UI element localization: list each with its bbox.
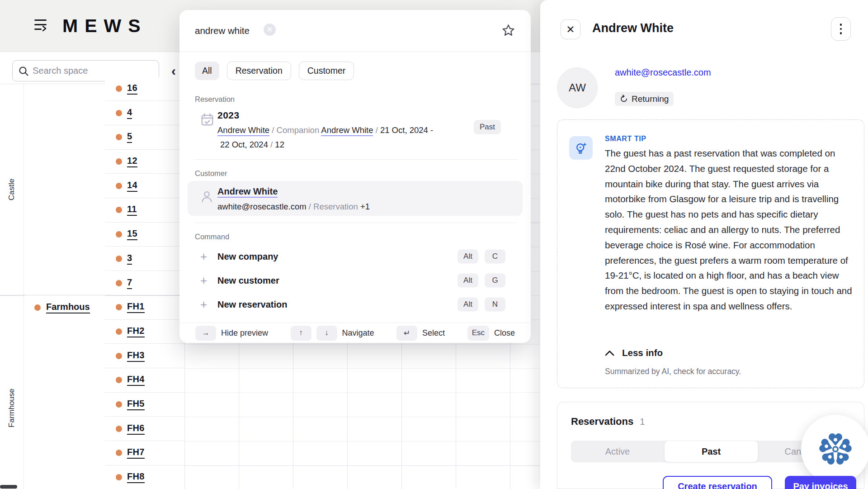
room-row: 4: [105, 101, 184, 125]
hint-label: Navigate: [342, 328, 374, 338]
app-root: MEWS ‹ Castle Farmhouse 16 4 5 12 14 11 …: [0, 0, 868, 489]
room-link[interactable]: 14: [127, 180, 137, 192]
hint-close: Esc Close: [467, 326, 515, 341]
shortcut-keys: Alt N: [458, 297, 505, 311]
room-row: 7: [105, 271, 184, 295]
room-row: 12: [105, 150, 184, 174]
room-link[interactable]: FH6: [127, 423, 145, 435]
customer-meta: awhite@rosecastle.com / Reservation +1: [217, 202, 370, 212]
less-info-toggle[interactable]: Less info: [605, 347, 663, 358]
room-link[interactable]: 7: [127, 277, 132, 289]
star-icon[interactable]: [501, 24, 515, 38]
command-new-company[interactable]: + New company Alt C: [179, 244, 531, 268]
room-row: FH3: [105, 344, 184, 368]
key-g: G: [485, 273, 505, 287]
tab-past[interactable]: Past: [664, 441, 758, 462]
room-row: 5: [105, 125, 184, 150]
close-icon: ✕: [566, 24, 575, 36]
room-link[interactable]: FH2: [127, 326, 145, 337]
guest-link[interactable]: Andrew White: [217, 125, 269, 136]
room-row: FH4: [105, 368, 184, 393]
room-link[interactable]: 4: [127, 107, 132, 119]
pay-invoices-button[interactable]: Pay invoices: [785, 476, 856, 489]
room-status-dot: [116, 256, 122, 262]
separator: /: [309, 202, 311, 211]
search-overlay-footer: → Hide preview ↑ ↓ Navigate ↵ Select Esc…: [179, 323, 531, 343]
room-link[interactable]: 15: [127, 228, 137, 240]
room-row: FH6: [105, 417, 184, 441]
room-status-dot: [116, 353, 122, 359]
horizontal-scrollbar[interactable]: [0, 485, 17, 489]
group-link[interactable]: Farmhous: [46, 302, 90, 313]
mews-flower-icon: [816, 430, 855, 469]
room-link[interactable]: FH4: [127, 374, 145, 386]
room-status-dot: [116, 450, 122, 456]
search-overlay-header[interactable]: andrew white ✕: [179, 10, 531, 52]
room-link[interactable]: 5: [127, 131, 132, 143]
room-link[interactable]: 3: [127, 253, 132, 265]
reservation-unit: 12: [275, 140, 284, 149]
past-status-badge: Past: [474, 120, 501, 134]
companion-link[interactable]: Andrew White: [321, 125, 373, 136]
farmhouse-group-header: Farmhous: [25, 295, 105, 320]
customer-email-link[interactable]: awhite@rosecastle.com: [615, 67, 711, 78]
avatar: AW: [557, 67, 598, 108]
reservations-header: Reservations 1: [571, 416, 645, 427]
shortcut-keys: Alt C: [458, 249, 505, 263]
key-n: N: [485, 297, 505, 311]
room-status-dot: [116, 474, 122, 480]
room-link[interactable]: 16: [127, 83, 137, 95]
key-c: C: [485, 249, 505, 263]
room-link[interactable]: FH3: [127, 350, 145, 362]
room-link[interactable]: FH5: [127, 399, 145, 410]
mews-logo: MEWS: [62, 15, 147, 37]
reservation-result-title[interactable]: 2023: [217, 110, 240, 121]
tab-active[interactable]: Active: [571, 441, 664, 462]
shortcut-keys: Alt G: [458, 273, 505, 287]
room-row: 16: [105, 77, 184, 101]
menu-icon[interactable]: [34, 18, 48, 33]
room-row: 11: [105, 198, 184, 223]
more-options-button[interactable]: [831, 17, 851, 41]
mews-assistant-button[interactable]: [801, 415, 868, 484]
room-link[interactable]: FH1: [127, 301, 145, 313]
companion-label: Companion: [277, 125, 320, 135]
room-link[interactable]: 11: [127, 204, 137, 216]
room-link[interactable]: 12: [127, 156, 137, 167]
command-new-customer[interactable]: + New customer Alt G: [179, 268, 531, 292]
global-search-overlay: andrew white ✕ All Reservation Customer …: [179, 10, 531, 343]
plus-icon: +: [200, 273, 207, 287]
command-new-reservation[interactable]: + New reservation Alt N: [179, 292, 531, 316]
ai-disclaimer: Summarized by AI, check for accuracy.: [605, 367, 741, 376]
arrow-down-key-icon: ↓: [316, 326, 337, 341]
room-status-dot: [116, 328, 122, 335]
lightbulb-sparkle-icon: [574, 141, 588, 155]
filter-customer[interactable]: Customer: [299, 62, 354, 80]
room-status-dot: [116, 426, 122, 432]
room-row: FH8: [105, 465, 184, 489]
hint-label: Hide preview: [221, 328, 268, 338]
search-query[interactable]: andrew white: [195, 25, 250, 36]
customer-link[interactable]: Andrew White: [217, 186, 278, 198]
room-status-dot: [116, 207, 122, 213]
create-reservation-button[interactable]: Create reservation: [663, 476, 772, 489]
room-status-dot: [116, 85, 122, 92]
smart-tip-card: SMART TIP The guest has a past reservati…: [557, 119, 864, 388]
person-icon: [200, 190, 214, 204]
room-status-dot: [116, 134, 122, 140]
filter-all[interactable]: All: [195, 62, 219, 80]
room-link[interactable]: FH8: [127, 471, 145, 483]
enter-key-icon: ↵: [396, 326, 417, 341]
key-alt: Alt: [458, 297, 478, 311]
esc-key-icon: Esc: [467, 326, 489, 341]
room-link[interactable]: FH7: [127, 447, 145, 459]
collapse-sidebar-icon[interactable]: ‹: [171, 63, 176, 79]
room-status-dot: [116, 110, 122, 116]
clear-search-icon[interactable]: ✕: [264, 24, 276, 36]
filter-reservation[interactable]: Reservation: [227, 62, 291, 80]
section-label-reservation: Reservation: [195, 95, 235, 104]
room-status-dot: [116, 304, 122, 310]
close-panel-button[interactable]: ✕: [561, 19, 580, 39]
hint-label: Close: [494, 328, 515, 338]
group-label-farmhouse: Farmhouse: [7, 389, 16, 427]
